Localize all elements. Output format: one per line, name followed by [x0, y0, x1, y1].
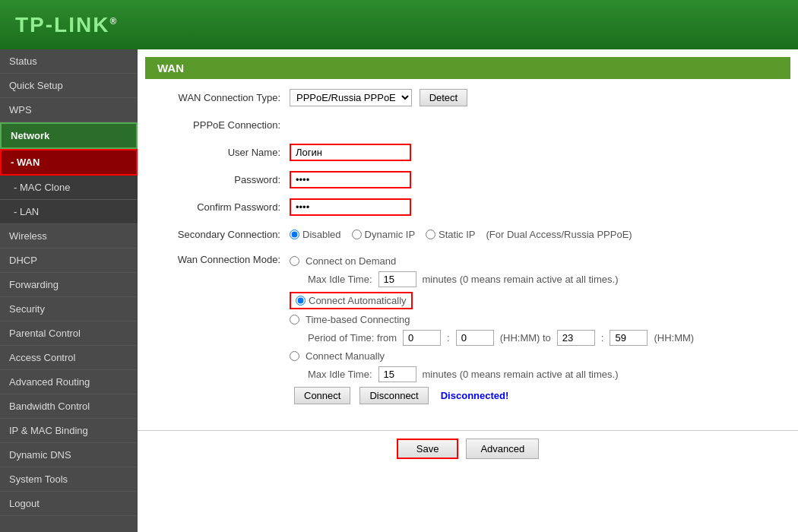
time-based-option: Time-based Connecting	[290, 314, 783, 325]
layout: Status Quick Setup WPS Network - WAN - M…	[0, 49, 798, 532]
time-based-radio[interactable]	[290, 315, 299, 325]
wan-connection-type-select[interactable]: PPPoE/Russia PPPoE	[290, 89, 412, 106]
wan-connection-mode-row: Wan Connection Mode: Connect on Demand M…	[153, 251, 783, 409]
secondary-static-ip-option[interactable]: Static IP	[426, 229, 475, 240]
sidebar-item-wireless[interactable]: Wireless	[0, 224, 138, 249]
connect-automatically-label: Connect Automatically	[309, 295, 407, 306]
logo: TP-LINK®	[15, 13, 118, 37]
connect-manually-radio[interactable]	[290, 351, 299, 361]
detect-button[interactable]: Detect	[420, 89, 468, 106]
max-idle-time2-input[interactable]	[378, 366, 416, 382]
secondary-dynamic-ip-option[interactable]: Dynamic IP	[352, 229, 415, 240]
connect-automatically-radio[interactable]	[296, 296, 306, 306]
sidebar-item-access-control[interactable]: Access Control	[0, 346, 138, 370]
to-hour-input[interactable]	[557, 330, 595, 346]
password-row: Password:	[153, 169, 783, 190]
sidebar-item-wan[interactable]: - WAN	[0, 149, 138, 176]
secondary-connection-options: Disabled Dynamic IP Static IP (For Dual …	[290, 229, 783, 240]
user-name-input[interactable]	[290, 144, 411, 161]
max-idle-time2-row: Max Idle Time: minutes (0 means remain a…	[308, 366, 783, 382]
user-name-label: User Name:	[153, 147, 290, 158]
sidebar-item-network[interactable]: Network	[0, 122, 138, 149]
secondary-disabled-label: Disabled	[302, 229, 341, 240]
secondary-disabled-option[interactable]: Disabled	[290, 229, 341, 240]
disconnected-label: Disconnected!	[441, 390, 509, 401]
confirm-password-input[interactable]	[290, 198, 411, 216]
sidebar: Status Quick Setup WPS Network - WAN - M…	[0, 49, 138, 532]
user-name-row: User Name:	[153, 141, 783, 163]
pppoe-connection-row: PPPoE Connection:	[153, 114, 783, 135]
secondary-dynamic-radio[interactable]	[352, 230, 362, 239]
sidebar-item-logout[interactable]: Logout	[0, 492, 138, 516]
connect-button[interactable]: Connect	[294, 387, 350, 404]
connect-auto-highlighted-box: Connect Automatically	[290, 292, 413, 309]
hhmm1: (HH:MM) to	[500, 332, 551, 344]
connect-on-demand-label: Connect on Demand	[306, 255, 396, 267]
max-idle-time-note: minutes (0 means remain active at all ti…	[423, 274, 619, 285]
sidebar-item-wps[interactable]: WPS	[0, 98, 138, 122]
connect-manually-label: Connect Manually	[306, 350, 385, 362]
sidebar-item-system-tools[interactable]: System Tools	[0, 467, 138, 492]
period-label: Period of Time: from	[308, 332, 397, 344]
colon1: :	[447, 332, 450, 344]
wan-connection-type-row: WAN Connection Type: PPPoE/Russia PPPoE …	[153, 87, 783, 108]
wan-connection-mode-label: Wan Connection Mode:	[153, 251, 290, 265]
wan-connection-type-label: WAN Connection Type:	[153, 92, 290, 103]
logo-dot: ®	[109, 15, 118, 26]
confirm-password-row: Confirm Password:	[153, 196, 783, 217]
sidebar-item-status[interactable]: Status	[0, 49, 138, 74]
hhmm2: (HH:MM)	[654, 332, 694, 344]
max-idle-time-row: Max Idle Time: minutes (0 means remain a…	[308, 271, 783, 287]
secondary-connection-row: Secondary Connection: Disabled Dynamic I…	[153, 223, 783, 245]
sidebar-item-lan[interactable]: - LAN	[0, 200, 138, 224]
sidebar-item-forwarding[interactable]: Forwarding	[0, 273, 138, 297]
max-idle-time2-note: minutes (0 means remain active at all ti…	[423, 369, 619, 380]
to-min-input[interactable]	[610, 330, 648, 346]
sidebar-item-advanced-routing[interactable]: Advanced Routing	[0, 370, 138, 394]
from-min-input[interactable]	[456, 330, 494, 346]
page-title: WAN	[145, 57, 790, 79]
content-area: WAN Connection Type: PPPoE/Russia PPPoE …	[138, 79, 798, 423]
sidebar-item-dhcp[interactable]: DHCP	[0, 249, 138, 273]
password-value	[290, 171, 783, 188]
confirm-password-label: Confirm Password:	[153, 201, 290, 213]
save-button[interactable]: Save	[397, 439, 459, 459]
secondary-static-radio[interactable]	[426, 230, 435, 239]
advanced-button[interactable]: Advanced	[466, 439, 539, 459]
secondary-disabled-radio[interactable]	[290, 230, 299, 239]
password-label: Password:	[153, 174, 290, 185]
logo-text: TP-LINK	[15, 13, 109, 36]
confirm-password-value	[290, 198, 783, 216]
wan-connection-type-value: PPPoE/Russia PPPoE Detect	[290, 89, 783, 106]
from-hour-input[interactable]	[403, 330, 441, 346]
secondary-note: (For Dual Access/Russia PPPoE)	[486, 229, 632, 240]
sidebar-item-security[interactable]: Security	[0, 297, 138, 321]
sidebar-item-bandwidth-control[interactable]: Bandwidth Control	[0, 394, 138, 419]
main-content: WAN WAN Connection Type: PPPoE/Russia PP…	[138, 49, 798, 532]
wan-connection-mode-options: Connect on Demand Max Idle Time: minutes…	[290, 255, 783, 409]
connect-automatically-option: Connect Automatically	[290, 292, 783, 309]
period-of-time-row: Period of Time: from : (HH:MM) to : (HH:…	[308, 330, 783, 346]
secondary-connection-label: Secondary Connection:	[153, 229, 290, 240]
max-idle-time2-label: Max Idle Time:	[308, 369, 372, 380]
time-based-label: Time-based Connecting	[306, 314, 410, 325]
sidebar-item-dynamic-dns[interactable]: Dynamic DNS	[0, 443, 138, 467]
footer-bar: Save Advanced	[138, 430, 798, 467]
secondary-static-label: Static IP	[439, 229, 475, 240]
connect-disconnect-row: Connect Disconnect Disconnected!	[290, 387, 783, 404]
max-idle-time-label: Max Idle Time:	[308, 274, 372, 285]
user-name-value	[290, 144, 783, 161]
header: TP-LINK®	[0, 0, 798, 49]
sidebar-item-quick-setup[interactable]: Quick Setup	[0, 74, 138, 98]
sidebar-item-ip-mac-binding[interactable]: IP & MAC Binding	[0, 419, 138, 443]
colon2: :	[601, 332, 604, 344]
secondary-dynamic-label: Dynamic IP	[365, 229, 415, 240]
sidebar-item-mac-clone[interactable]: - MAC Clone	[0, 176, 138, 200]
pppoe-connection-label: PPPoE Connection:	[153, 119, 290, 131]
connect-on-demand-radio[interactable]	[290, 256, 299, 266]
disconnect-button[interactable]: Disconnect	[359, 387, 428, 404]
connect-on-demand-option: Connect on Demand	[290, 255, 783, 267]
sidebar-item-parental-control[interactable]: Parental Control	[0, 321, 138, 346]
max-idle-time-input[interactable]	[378, 271, 416, 287]
password-input[interactable]	[290, 171, 411, 188]
